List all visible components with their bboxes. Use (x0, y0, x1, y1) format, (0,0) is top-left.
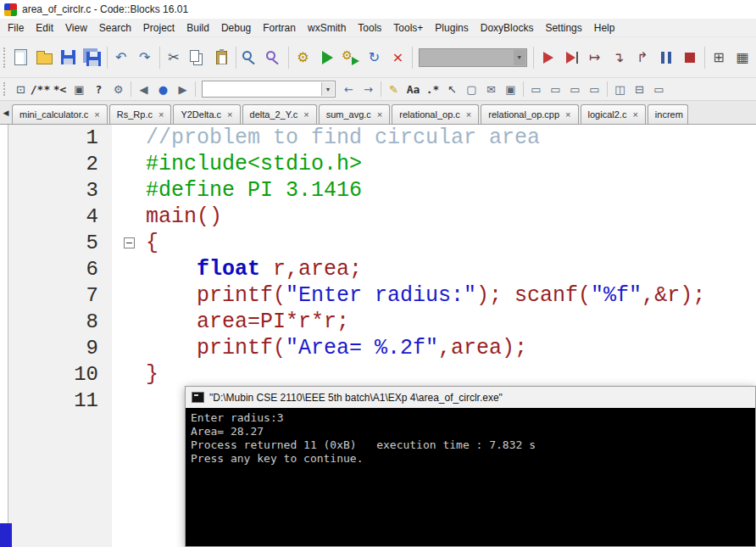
stop-debugger-button[interactable] (678, 46, 702, 70)
paste-button[interactable] (209, 46, 233, 70)
menu-item-project[interactable]: Project (137, 19, 181, 36)
replace-button[interactable] (262, 46, 286, 70)
menu-item-build[interactable]: Build (181, 19, 215, 36)
step-into-button[interactable]: ↴ (607, 46, 631, 70)
pointer-button[interactable]: ↖ (442, 80, 462, 98)
next-bookmark-button[interactable]: ▶ (173, 80, 192, 98)
save-all-button[interactable] (81, 46, 104, 70)
menu-item-plugins[interactable]: Plugins (429, 19, 474, 36)
window-button[interactable]: ▣ (501, 80, 520, 98)
new-file-button[interactable] (9, 46, 33, 70)
split-view-button[interactable]: ◫ (610, 80, 630, 98)
run-button[interactable] (314, 46, 338, 70)
build-and-run-button[interactable] (338, 46, 362, 70)
save-button[interactable] (57, 46, 81, 70)
mail-button[interactable]: ✉ (481, 80, 501, 98)
undo-button[interactable]: ↶ (109, 46, 133, 70)
rebuild-button[interactable]: ↻ (362, 46, 386, 70)
copy-button[interactable] (186, 46, 209, 70)
menu-item-file[interactable]: File (2, 19, 30, 36)
line-number: 2 (8, 151, 112, 177)
tab-mini-calculator-c[interactable]: mini_calculator.c× (12, 104, 108, 124)
menu-item-view[interactable]: View (59, 19, 93, 36)
code-token: "%f" (591, 283, 642, 308)
doxy-wizard-button[interactable]: ⊡ (11, 80, 31, 98)
clipboard-icon (216, 51, 227, 64)
doxy-config-button[interactable]: ⚙ (108, 80, 128, 98)
wide-view-button[interactable]: ▭ (649, 80, 669, 98)
cut-button[interactable]: ✂ (162, 46, 186, 70)
tab-delta-2-y-c[interactable]: delta_2_Y.c× (242, 104, 317, 124)
close-tab-icon[interactable]: × (303, 109, 309, 120)
new-file-icon (14, 49, 27, 65)
build-button[interactable]: ⚙ (291, 46, 314, 70)
close-tab-icon[interactable]: × (632, 109, 637, 120)
menu-item-tools[interactable]: Tools+ (387, 19, 429, 36)
panel-toggle-button-2[interactable]: ▭ (546, 80, 565, 98)
tab-increm[interactable]: increm (648, 104, 688, 124)
tab-y2delta-c[interactable]: Y2Delta.c× (173, 104, 240, 124)
regex-button[interactable]: .* (423, 80, 442, 98)
close-tab-icon[interactable]: × (377, 109, 382, 120)
build-target-combo[interactable]: ▼ (419, 48, 527, 67)
fold-marker-icon[interactable] (124, 237, 135, 248)
menu-item-settings[interactable]: Settings (539, 19, 587, 36)
menu-item-doxyblocks[interactable]: DoxyBlocks (475, 19, 540, 36)
toolbar-separator (607, 81, 608, 97)
tab-relational-op-c[interactable]: relational_op.c× (392, 104, 479, 124)
console-title-bar[interactable]: "D:\Mubin CSE 2110\EEE 5th batch\A1\EXp … (186, 387, 755, 408)
doxy-run-chm-button[interactable]: ? (89, 80, 108, 98)
close-tab-icon[interactable]: × (158, 109, 164, 120)
line-number: 8 (8, 309, 112, 335)
tab-sum-avg-c[interactable]: sum_avg.c× (319, 104, 391, 124)
menu-item-search[interactable]: Search (93, 19, 137, 36)
close-tab-icon[interactable]: × (227, 109, 232, 120)
panel-toggle-button-4[interactable]: ▭ (585, 80, 604, 98)
doxy-line-comment-button[interactable]: *< (50, 80, 69, 98)
line-number: 11 (8, 388, 112, 414)
various-info-button[interactable]: ▦ (731, 46, 754, 70)
find-button[interactable] (238, 46, 262, 70)
tab-scroll-left-button[interactable]: ◀ (0, 101, 12, 124)
menu-item-tools[interactable]: Tools (352, 19, 387, 36)
search-scope-combo[interactable]: ▼ (202, 81, 336, 98)
pause-icon (661, 52, 671, 64)
tab-rs-rp-c[interactable]: Rs_Rp.c× (109, 104, 172, 124)
menu-item-help[interactable]: Help (588, 19, 621, 36)
panel-toggle-button-3[interactable]: ▭ (565, 80, 585, 98)
redo-button[interactable]: ↷ (133, 46, 157, 70)
debug-continue-button[interactable] (536, 46, 559, 70)
close-tab-icon[interactable]: × (565, 109, 570, 120)
close-tab-icon[interactable]: × (94, 109, 99, 120)
console-output[interactable]: Enter radius:3Area= 28.27Process returne… (186, 408, 755, 466)
panel-toggle-button-1[interactable]: ▭ (526, 80, 546, 98)
tab-relational-op-cpp[interactable]: relational_op.cpp× (481, 104, 578, 124)
tab-logical2-c[interactable]: logical2.c× (581, 104, 646, 124)
break-debugger-button[interactable] (654, 46, 678, 70)
menu-item-debug[interactable]: Debug (215, 19, 257, 36)
search-next-button[interactable]: → (359, 80, 378, 98)
toggle-bookmark-button[interactable]: ● (153, 80, 173, 98)
prev-bookmark-button[interactable]: ◀ (134, 80, 153, 98)
line-number: 4 (8, 204, 112, 230)
run-to-cursor-button[interactable] (559, 46, 583, 70)
abort-button[interactable]: × (386, 46, 409, 70)
doxy-block-comment-button[interactable]: /** (31, 80, 50, 98)
boxed-view-button[interactable]: ⊟ (630, 80, 649, 98)
search-prev-button[interactable]: ← (339, 80, 359, 98)
close-tab-icon[interactable]: × (466, 109, 471, 120)
menu-item-fortran[interactable]: Fortran (257, 19, 302, 36)
doxy-run-html-button[interactable]: ▣ (69, 80, 89, 98)
next-line-button[interactable]: ↦ (583, 46, 607, 70)
code-token: printf( (146, 283, 286, 308)
bar-icon: ▭ (570, 84, 580, 95)
highlight-occurrences-button[interactable]: ✎ (384, 80, 403, 98)
menu-item-edit[interactable]: Edit (30, 19, 59, 36)
title-bar[interactable]: area_of_circlr.c - Code::Blocks 16.01 (0, 0, 756, 19)
open-file-button[interactable] (33, 46, 57, 70)
debugging-windows-button[interactable]: ⊞ (707, 46, 731, 70)
match-case-button[interactable]: Aa (403, 80, 423, 98)
clear-search-button[interactable]: ▢ (462, 80, 481, 98)
step-out-button[interactable]: ↱ (631, 46, 654, 70)
menu-item-wxsmith[interactable]: wxSmith (302, 19, 352, 36)
